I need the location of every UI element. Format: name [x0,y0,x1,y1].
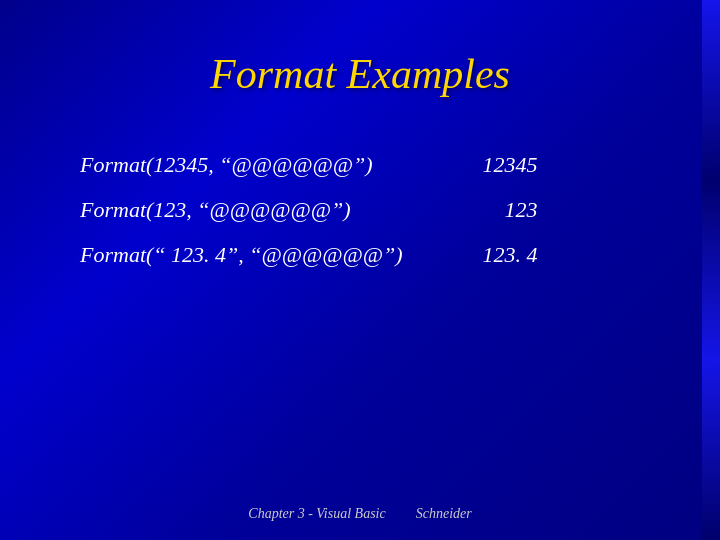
example-1-call: Format(12345, “@@@@@@”) [80,148,403,181]
example-2-call: Format(123, “@@@@@@”) [80,193,403,226]
footer-right: Schneider [416,506,472,522]
footer-left: Chapter 3 - Visual Basic [248,506,385,522]
example-1-result: 12345 [483,148,538,181]
slide: Format Examples Format(12345, “@@@@@@”) … [0,0,720,540]
format-examples-left: Format(12345, “@@@@@@”) Format(123, “@@@… [80,148,403,271]
example-2-result: 123 [483,193,538,226]
format-examples-right: 12345 123 123. 4 [483,148,538,271]
footer: Chapter 3 - Visual Basic Schneider [0,506,720,522]
example-3-result: 123. 4 [483,238,538,271]
content-area: Format(12345, “@@@@@@”) Format(123, “@@@… [60,148,660,271]
example-3-call: Format(“ 123. 4”, “@@@@@@”) [80,238,403,271]
slide-title: Format Examples [60,50,660,98]
